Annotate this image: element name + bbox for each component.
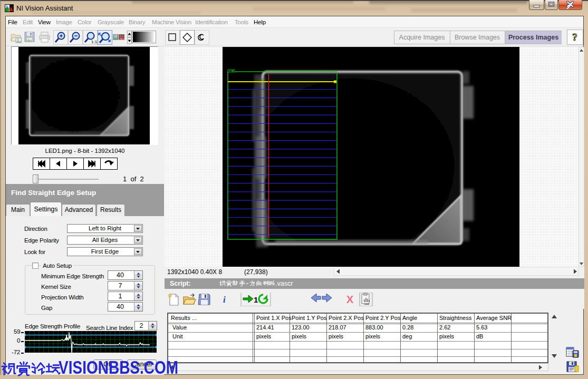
svg-text:1:1: 1:1 xyxy=(91,40,98,44)
svg-text:X: X xyxy=(346,294,354,305)
svg-text:1: 1 xyxy=(254,295,258,304)
svg-text:i: i xyxy=(223,295,226,305)
svg-text:?: ? xyxy=(572,32,577,43)
